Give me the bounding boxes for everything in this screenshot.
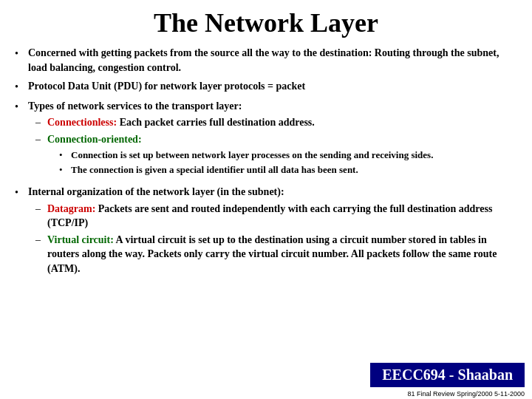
sub-text-connection-oriented: Connection-oriented: xyxy=(47,134,142,145)
sub-text-connectionless: Connectionless: Each packet carries full… xyxy=(47,115,315,130)
slide: The Network Layer • Concerned with getti… xyxy=(0,0,532,399)
sub-item-connection-oriented: – Connection-oriented: • Connection is s… xyxy=(35,132,517,178)
label-virtual-circuit: Virtual circuit: xyxy=(47,234,114,245)
dash-3: – xyxy=(35,202,47,216)
sub-text-virtual-circuit: Virtual circuit: A virtual circuit is se… xyxy=(47,233,517,276)
bullet-dot-4: • xyxy=(15,185,28,200)
slide-content: • Concerned with getting packets from th… xyxy=(15,46,517,279)
bullet-dot-2: • xyxy=(15,79,28,95)
slide-title: The Network Layer xyxy=(15,7,517,38)
footer: EECC694 - Shaaban 81 Final Review Spring… xyxy=(370,363,532,399)
sub-list-4: – Datagram: Packets are sent and routed … xyxy=(28,202,517,276)
sub-sub-text-1: Connection is set up between network lay… xyxy=(71,149,433,162)
sub-sub-list: • Connection is set up between network l… xyxy=(47,149,517,177)
label-connectionless: Connectionless: xyxy=(47,117,117,128)
sub-text-datagram-rest: Packets are sent and routed independentl… xyxy=(47,203,492,229)
sub-item-datagram: – Datagram: Packets are sent and routed … xyxy=(35,202,517,231)
sub-text-connectionless-rest: Each packet carries full destination add… xyxy=(117,117,315,128)
bullet-small-1: • xyxy=(59,149,71,162)
bullet-text-1: Concerned with getting packets from the … xyxy=(28,46,517,75)
bullet-4: • Internal organization of the network l… xyxy=(15,185,517,279)
bullet-1: • Concerned with getting packets from th… xyxy=(15,46,517,75)
label-datagram: Datagram: xyxy=(47,203,95,214)
bullet-small-2: • xyxy=(59,163,71,177)
bullet-2: • Protocol Data Unit (PDU) for network l… xyxy=(15,79,517,95)
dash-1: – xyxy=(35,115,47,130)
sub-text-datagram: Datagram: Packets are sent and routed in… xyxy=(47,202,517,231)
bullet-text-4: Internal organization of the network lay… xyxy=(28,186,284,197)
footer-info: 81 Final Review Spring/2000 5-11-2000 xyxy=(407,390,525,398)
sub-text-virtual-circuit-rest: A virtual circuit is set up to the desti… xyxy=(47,234,497,274)
sub-item-connectionless: – Connectionless: Each packet carries fu… xyxy=(35,115,517,130)
dash-2: – xyxy=(35,132,47,147)
sub-sub-item-1: • Connection is set up between network l… xyxy=(59,149,517,162)
sub-sub-item-2: • The connection is given a special iden… xyxy=(59,163,517,177)
bullet-text-3: Types of network services to the transpo… xyxy=(28,100,242,112)
bullet-3: • Types of network services to the trans… xyxy=(15,99,517,180)
sub-sub-text-2: The connection is given a special identi… xyxy=(71,163,358,177)
dash-4: – xyxy=(35,233,47,248)
sub-list-3: – Connectionless: Each packet carries fu… xyxy=(28,115,517,178)
bullet-text-2: Protocol Data Unit (PDU) for network lay… xyxy=(28,79,517,94)
bullet-dot-1: • xyxy=(15,46,28,61)
footer-label: EECC694 - Shaaban xyxy=(370,363,525,387)
label-connection-oriented: Connection-oriented: xyxy=(47,134,142,145)
sub-item-virtual-circuit: – Virtual circuit: A virtual circuit is … xyxy=(35,233,517,276)
bullet-dot-3: • xyxy=(15,99,28,115)
main-bullet-list: • Concerned with getting packets from th… xyxy=(15,46,517,279)
